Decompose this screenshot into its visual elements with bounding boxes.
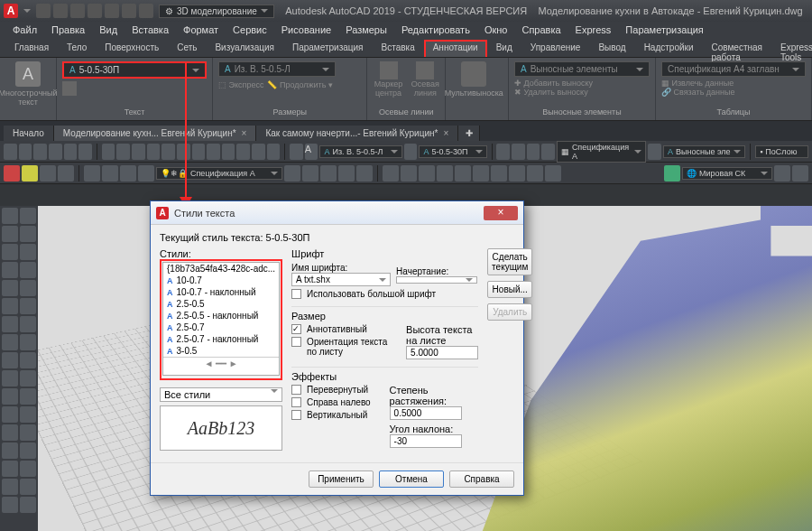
center-line-button[interactable]: Осевая линия <box>411 61 440 98</box>
rtl-checkbox[interactable] <box>291 397 301 407</box>
tb-btn[interactable] <box>356 165 373 182</box>
tb-btn[interactable] <box>491 165 507 182</box>
qat-btn[interactable] <box>139 4 153 18</box>
find-text-icon[interactable] <box>62 81 77 96</box>
style-item[interactable]: A10-0.7 <box>163 275 279 286</box>
tb-btn[interactable] <box>20 334 36 350</box>
tb-btn[interactable] <box>19 144 32 160</box>
tb-btn[interactable] <box>4 144 17 160</box>
orient-checkbox[interactable] <box>291 337 301 347</box>
tb-btn[interactable] <box>2 262 18 278</box>
tb-btn[interactable] <box>648 144 661 160</box>
tb-btn[interactable] <box>401 165 417 182</box>
add-leader-button[interactable]: ✚ Добавить выноску <box>514 79 650 88</box>
tb-btn[interactable] <box>2 370 18 387</box>
tb-btn[interactable] <box>2 208 18 224</box>
ribbon-tab[interactable]: Вид <box>487 40 521 57</box>
tb-btn[interactable] <box>383 165 399 182</box>
ucs-combo[interactable]: 🌐 Мировая СК <box>682 167 772 180</box>
tb-btn[interactable] <box>252 144 265 160</box>
tb-btn[interactable] <box>120 165 136 182</box>
tb-btn[interactable] <box>20 280 36 296</box>
tb-btn[interactable] <box>20 424 36 441</box>
tb-btn[interactable] <box>207 144 220 160</box>
tb-btn[interactable] <box>2 424 18 441</box>
ribbon-tab[interactable]: Параметризация <box>283 40 373 57</box>
link-data-button[interactable]: 🔗 Связать данные <box>661 88 806 97</box>
mtext-button[interactable]: AМногострочный текст <box>5 61 51 107</box>
mleader-style-dropdown[interactable]: AВыносные элементы <box>514 61 650 77</box>
tb-btn[interactable] <box>236 144 250 160</box>
tb-btn[interactable] <box>33 144 47 160</box>
set-current-button[interactable]: Сделать текущим <box>487 248 532 275</box>
menu-item[interactable]: Вид <box>92 22 125 40</box>
tb-btn[interactable] <box>20 226 36 242</box>
ribbon-tab[interactable]: Главная <box>5 40 58 57</box>
menu-item[interactable]: Окно <box>477 22 515 40</box>
remove-leader-button[interactable]: ✖ Удалить выноску <box>514 88 650 97</box>
tb-btn[interactable] <box>4 165 20 182</box>
tb-btn[interactable] <box>84 165 100 182</box>
qat-btn[interactable] <box>122 4 136 18</box>
ribbon-tab[interactable]: Express Tools <box>771 40 812 57</box>
font-style-dropdown[interactable] <box>396 276 477 284</box>
tb-btn[interactable] <box>527 144 540 160</box>
tb-btn[interactable] <box>20 370 36 387</box>
tb-btn[interactable] <box>192 144 206 160</box>
cancel-button[interactable]: Отмена <box>379 470 444 488</box>
menu-item[interactable]: Файл <box>5 22 44 40</box>
annotative-checkbox[interactable] <box>291 324 301 334</box>
style-item[interactable]: A2.5-0.7 <box>163 321 279 333</box>
dim-style-dropdown[interactable]: AИз. В. 5-0.5-Л <box>218 61 336 77</box>
tb-btn[interactable] <box>20 406 36 423</box>
tb-btn[interactable] <box>2 406 18 423</box>
tb-btn[interactable] <box>147 144 161 160</box>
style-item[interactable]: A2.5-0.5 - наклонный <box>163 310 279 321</box>
tb-btn[interactable] <box>2 334 18 350</box>
upside-checkbox[interactable] <box>291 385 301 395</box>
tb-btn[interactable] <box>222 144 235 160</box>
tb-btn[interactable] <box>40 165 56 182</box>
tb-btn[interactable] <box>527 165 543 182</box>
style-item[interactable]: A10-0.7 - наклонный <box>163 286 279 298</box>
qat-btn[interactable] <box>53 4 68 18</box>
tb-btn[interactable] <box>290 144 303 160</box>
tb-btn[interactable] <box>541 144 555 160</box>
delete-button[interactable]: Удалить <box>487 303 532 321</box>
oblique-input[interactable]: -30 <box>390 434 462 448</box>
layer-combo[interactable]: 💡❄🔒 Спецификация А <box>156 167 282 180</box>
tb-btn[interactable] <box>2 316 18 332</box>
width-factor-input[interactable]: 0.5000 <box>390 406 462 420</box>
extract-data-button[interactable]: ▦ Извлечь данные <box>661 79 806 88</box>
tb-btn[interactable] <box>2 226 18 242</box>
qat-btn[interactable] <box>105 4 119 18</box>
tb-btn[interactable] <box>177 144 190 160</box>
tb-btn[interactable] <box>161 144 175 160</box>
tb-btn[interactable] <box>473 165 489 182</box>
menu-item[interactable]: Сервис <box>226 22 274 40</box>
menu-item[interactable]: Express <box>568 22 619 40</box>
style-item[interactable]: A3-0.5 <box>163 345 279 357</box>
ribbon-tab-annotations[interactable]: Аннотации <box>424 40 487 57</box>
ribbon-tab[interactable]: Совместная работа <box>703 40 772 57</box>
center-mark-button[interactable]: Маркер центра <box>373 61 403 98</box>
tb-btn[interactable] <box>2 461 18 477</box>
tb-btn[interactable] <box>509 165 525 182</box>
tb-btn[interactable] <box>437 165 453 182</box>
new-tab-button[interactable]: ✚ <box>458 126 480 141</box>
qat-btn[interactable] <box>36 4 51 18</box>
tb-btn[interactable] <box>20 352 36 368</box>
ribbon-tab[interactable]: Надстройки <box>635 40 703 57</box>
help-button[interactable]: Справка <box>449 470 514 488</box>
tb-btn[interactable]: A <box>305 144 318 160</box>
tb-btn[interactable] <box>102 144 115 160</box>
tb-btn[interactable] <box>267 144 281 160</box>
doc-tab[interactable]: Моделирование кухн... Евгений Курицин*× <box>54 126 257 141</box>
tb-btn[interactable] <box>49 144 62 160</box>
close-icon[interactable]: × <box>443 128 448 138</box>
tb-btn[interactable] <box>2 388 18 405</box>
tb-btn[interactable] <box>64 144 78 160</box>
menu-item[interactable]: Справка <box>514 22 567 40</box>
tb-btn[interactable] <box>2 244 18 260</box>
ribbon-btn[interactable]: 📏 Продолжить ▾ <box>267 80 332 89</box>
